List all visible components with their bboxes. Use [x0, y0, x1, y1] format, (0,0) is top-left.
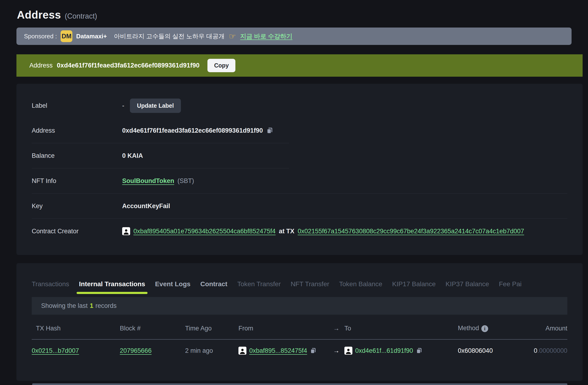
from-address-link[interactable]: 0xbaf895...852475f4: [249, 347, 307, 354]
header-tx-hash: TX Hash: [32, 315, 120, 339]
address-page: Address (Contract) Sponsored : DM Datama…: [0, 0, 588, 381]
tabs: TransactionsInternal TransactionsEvent L…: [32, 280, 567, 294]
table-header-row: TX Hash Block # Time Ago From → To Metho…: [32, 315, 567, 340]
nft-token-link[interactable]: SoulBoundToken: [122, 177, 174, 185]
at-tx-label: at TX: [279, 228, 294, 235]
address-row: Address 0xd4e61f76f1feaed3fa612ec66ef089…: [32, 118, 567, 143]
cell-from: 0xbaf895...852475f4: [238, 340, 333, 362]
key-value: AccountKeyFail: [122, 203, 170, 210]
tab-nft-transfer[interactable]: NFT Transfer: [291, 280, 329, 294]
records-note-prefix: Showing the last: [41, 302, 88, 310]
cell-to: 0xd4e61f...61d91f90: [344, 340, 458, 362]
tab-transactions[interactable]: Transactions: [32, 280, 69, 294]
person-icon: [122, 227, 130, 235]
page-header: Address (Contract): [17, 8, 583, 21]
person-icon: [344, 347, 352, 355]
address-row-title: Address: [32, 127, 122, 134]
label-row-title: Label: [32, 102, 122, 109]
update-label-button[interactable]: Update Label: [130, 99, 181, 113]
header-from: From: [238, 315, 333, 339]
page-title: Address: [17, 8, 61, 21]
arrow-right-icon: →: [333, 315, 344, 339]
copy-icon[interactable]: [266, 127, 273, 134]
tab-fee-pai[interactable]: Fee Pai: [499, 280, 522, 294]
tx-hash-link[interactable]: 0x0215...b7d007: [32, 347, 79, 354]
address-highlight-bar: Address 0xd4e61f76f1feaed3fa612ec66ef089…: [17, 54, 583, 77]
tab-contract[interactable]: Contract: [200, 280, 227, 294]
header-method: Methodi: [458, 315, 520, 339]
address-bar-label: Address: [29, 62, 53, 69]
tab-kip37-balance[interactable]: KIP37 Balance: [445, 280, 489, 294]
copy-address-button[interactable]: Copy: [208, 59, 235, 72]
sponsored-label: Sponsored :: [24, 33, 57, 40]
copy-icon[interactable]: [310, 347, 316, 354]
records-note-suffix: records: [95, 302, 117, 310]
horizontal-scrollbar[interactable]: [32, 383, 567, 385]
amount-decimals: .00000000: [537, 347, 567, 354]
address-value: 0xd4e61f76f1feaed3fa612ec66ef0899361d91f…: [122, 127, 263, 134]
records-count: 1: [90, 302, 93, 310]
amount-integer: 0: [534, 347, 537, 354]
table-row: 0x0215...b7d007 207965666 2 min ago 0xba…: [32, 340, 567, 362]
balance-value: 0 KAIA: [122, 152, 143, 159]
nft-token-type: (SBT): [177, 177, 194, 185]
address-bar-value: 0xd4e61f76f1feaed3fa612ec66ef0899361d91f…: [57, 62, 199, 69]
nft-info-row-title: NFT Info: [32, 177, 122, 185]
key-row: Key AccountKeyFail: [32, 194, 567, 219]
creator-tx-link[interactable]: 0x02155f67a15457630808c29cc99c67be24f3a9…: [298, 228, 524, 235]
tab-token-balance[interactable]: Token Balance: [339, 280, 382, 294]
sponsor-brand: Datamaxi+: [76, 33, 107, 40]
tab-kip17-balance[interactable]: KIP17 Balance: [392, 280, 436, 294]
header-block: Block #: [120, 315, 185, 339]
cell-method: 0x60806040: [458, 340, 520, 362]
header-amount: Amount: [520, 315, 567, 339]
contract-creator-row: Contract Creator 0xbaf895405a01e759634b2…: [32, 219, 567, 244]
arrow-right-icon: →: [333, 340, 344, 362]
key-row-title: Key: [32, 203, 122, 210]
contract-creator-row-title: Contract Creator: [32, 228, 122, 235]
records-note: Showing the last 1 records: [32, 297, 567, 315]
cell-tx-hash: 0x0215...b7d007: [32, 340, 120, 362]
cell-time-ago: 2 min ago: [185, 340, 238, 362]
balance-row: Balance 0 KAIA: [32, 143, 567, 168]
block-link[interactable]: 207965666: [120, 347, 151, 354]
sponsored-banner: Sponsored : DM Datamaxi+ 아비트라지 고수들의 실전 노…: [17, 27, 571, 45]
cell-amount: 0.00000000: [520, 340, 567, 362]
sponsor-ad-text: 아비트라지 고수들의 실전 노하우 대공개: [114, 32, 225, 41]
info-icon[interactable]: i: [481, 325, 488, 332]
tab-token-transfer[interactable]: Token Transfer: [237, 280, 281, 294]
datamaxi-logo: DM: [61, 30, 72, 42]
address-info-card: Label - Update Label Address 0xd4e61f76f…: [17, 84, 583, 255]
cell-block: 207965666: [120, 340, 185, 362]
tab-internal-transactions[interactable]: Internal Transactions: [79, 280, 145, 294]
sponsor-link[interactable]: 지금 바로 수강하기: [240, 32, 292, 41]
header-time-ago[interactable]: Time Ago: [185, 315, 238, 339]
header-to: To: [344, 315, 458, 339]
label-value: -: [122, 102, 124, 109]
page-subtitle: (Contract): [65, 12, 97, 21]
person-icon: [238, 347, 246, 355]
label-row: Label - Update Label: [32, 93, 567, 118]
tab-event-logs[interactable]: Event Logs: [155, 280, 190, 294]
internal-transactions-table: TX Hash Block # Time Ago From → To Metho…: [32, 315, 567, 362]
to-address: 0xd4e61f...61d91f90: [355, 347, 413, 354]
creator-address-link[interactable]: 0xbaf895405a01e759634b2625504ca6bf852475…: [133, 228, 275, 235]
copy-icon[interactable]: [416, 347, 422, 354]
nft-info-row: NFT Info SoulBoundToken (SBT): [32, 168, 567, 193]
transactions-card: TransactionsInternal TransactionsEvent L…: [17, 263, 583, 381]
balance-row-title: Balance: [32, 152, 122, 159]
